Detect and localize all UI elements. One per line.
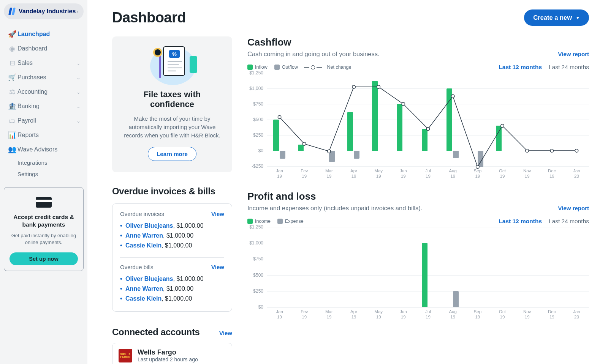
nav-icon: ◉ xyxy=(7,44,17,53)
tab-pl-last-24-months[interactable]: Last 24 months xyxy=(549,218,589,225)
profitloss-title: Profit and loss xyxy=(247,191,589,202)
overdue-row[interactable]: • Oliver Bluejeans, $1,000.00 xyxy=(120,221,224,231)
bank-name: Wells Fargo xyxy=(138,348,198,356)
svg-point-13 xyxy=(550,149,553,152)
inflow-swatch-icon xyxy=(247,65,253,70)
cashflow-chart: -$250$0$250$500$750$1,000$1,250Jan19Fev1… xyxy=(247,73,589,179)
learn-more-button[interactable]: Learn more xyxy=(148,147,196,161)
overdue-bills-list: • Oliver Bluejeans, $1,000.00• Anne Warr… xyxy=(120,274,224,304)
sidebar-item-settings[interactable]: Settings xyxy=(4,168,84,180)
overdue-invoices-list: • Oliver Bluejeans, $1,000.00• Anne Warr… xyxy=(120,221,224,251)
credit-card-icon xyxy=(10,195,78,210)
sidebar-item-wave-advisors[interactable]: 👥Wave Advisors xyxy=(4,142,84,157)
svg-point-11 xyxy=(501,124,504,127)
svg-rect-0 xyxy=(36,197,52,208)
cashflow-view-report-link[interactable]: View report xyxy=(558,51,589,57)
tab-last-24-months[interactable]: Last 24 months xyxy=(549,64,589,71)
cashflow-subtitle: Cash coming in and going out of your bus… xyxy=(247,50,380,58)
tax-card-body: Make the most of your time by automatica… xyxy=(123,115,222,139)
wave-logo-icon xyxy=(9,8,15,15)
create-new-button[interactable]: Create a new ▼ xyxy=(524,9,589,26)
svg-point-5 xyxy=(352,85,355,88)
sidebar-item-reports[interactable]: 📊Reports xyxy=(4,128,84,142)
create-new-label: Create a new xyxy=(533,14,572,21)
chevron-down-icon: ⌄ xyxy=(76,118,81,124)
promo-card: Accept credit cards & bank payments Get … xyxy=(4,187,84,271)
nav-icon: 📊 xyxy=(7,131,17,139)
view-overdue-bills-link[interactable]: View xyxy=(211,264,224,270)
overdue-row[interactable]: • Cassie Klein, $1,000.00 xyxy=(120,241,224,251)
overdue-row[interactable]: • Cassie Klein, $1,000.00 xyxy=(120,294,224,304)
promo-setup-button[interactable]: Set up now xyxy=(10,252,78,265)
overdue-card: Overdue invoices View • Oliver Bluejeans… xyxy=(112,203,232,312)
nav-icon: 🗂 xyxy=(7,117,17,125)
nav-icon: ⊟ xyxy=(7,59,17,67)
svg-point-7 xyxy=(402,102,405,106)
sidebar-item-launchpad[interactable]: 🚀Launchpad xyxy=(4,27,84,41)
promo-body: Get paid instantly by enabling online pa… xyxy=(10,232,78,246)
svg-point-10 xyxy=(476,165,479,168)
sidebar-item-payroll[interactable]: 🗂Payroll⌄ xyxy=(4,113,84,128)
nav-icon: 🏦 xyxy=(7,102,17,110)
promo-title: Accept credit cards & bank payments xyxy=(10,213,78,228)
expense-swatch-icon xyxy=(277,219,283,224)
chevron-down-icon: ⌄ xyxy=(76,60,81,66)
caret-down-icon: ▼ xyxy=(576,16,580,20)
overdue-row[interactable]: • Oliver Bluejeans, $1,000.00 xyxy=(120,274,224,284)
chevron-down-icon: ⌄ xyxy=(76,89,81,95)
tab-last-12-months[interactable]: Last 12 months xyxy=(499,64,542,71)
overdue-row[interactable]: • Anne Warren, $1,000.00 xyxy=(120,231,224,241)
overdue-row[interactable]: • Anne Warren, $1,000.00 xyxy=(120,284,224,294)
business-selector[interactable]: Vandelay Industries › xyxy=(4,3,84,19)
sidebar-item-sales[interactable]: ⊟Sales⌄ xyxy=(4,56,84,70)
profitloss-subtitle: Income and expenses only (includes unpai… xyxy=(247,205,422,212)
business-name: Vandelay Industries xyxy=(19,8,76,15)
svg-point-4 xyxy=(328,150,331,153)
nav-icon: 🚀 xyxy=(7,30,17,38)
svg-point-2 xyxy=(278,115,281,118)
svg-rect-1 xyxy=(36,200,52,202)
svg-point-14 xyxy=(575,149,578,152)
svg-point-8 xyxy=(426,127,429,130)
svg-point-6 xyxy=(377,85,380,88)
nav-icon: ⚖ xyxy=(7,88,17,96)
tax-illustration-icon: % xyxy=(146,44,199,86)
connected-account-card[interactable]: WELLSFARGO Wells Fargo Last updated 2 ho… xyxy=(112,343,232,364)
overdue-invoices-title: Overdue invoices xyxy=(120,211,164,217)
sidebar: Vandelay Industries › 🚀Launchpad◉Dashboa… xyxy=(0,0,87,364)
cashflow-legend: Inflow Outflow Net change xyxy=(247,65,351,70)
chevron-down-icon: ⌄ xyxy=(76,75,81,80)
outflow-swatch-icon xyxy=(274,65,280,70)
nav-icon: 🛒 xyxy=(7,73,17,82)
profitloss-legend: Income Expense xyxy=(247,219,304,224)
view-overdue-invoices-link[interactable]: View xyxy=(211,211,224,217)
netchange-marker-icon xyxy=(311,65,315,69)
wells-fargo-icon: WELLSFARGO xyxy=(119,349,132,362)
svg-point-3 xyxy=(303,142,306,145)
tax-card-title: File taxes with confidence xyxy=(123,90,222,109)
main: Dashboard Create a new ▼ % File taxes wi xyxy=(87,0,608,364)
svg-point-12 xyxy=(526,149,529,152)
overdue-heading: Overdue invoices & bills xyxy=(112,186,232,197)
nav-icon: 👥 xyxy=(7,145,17,154)
sidebar-item-purchases[interactable]: 🛒Purchases⌄ xyxy=(4,70,84,85)
sidebar-item-banking[interactable]: 🏦Banking⌄ xyxy=(4,99,84,113)
sidebar-item-accounting[interactable]: ⚖Accounting⌄ xyxy=(4,85,84,99)
chevron-right-icon: › xyxy=(76,8,78,14)
page-title: Dashboard xyxy=(112,9,186,26)
profitloss-view-report-link[interactable]: View report xyxy=(558,205,589,211)
view-connected-link[interactable]: View xyxy=(219,330,232,336)
tab-pl-last-12-months[interactable]: Last 12 months xyxy=(499,218,542,225)
profitloss-chart: $0$250$500$750$1,000$1,250Jan19Fev19Mar1… xyxy=(247,227,589,320)
connected-heading: Connected accounts xyxy=(112,327,200,337)
sidebar-item-dashboard[interactable]: ◉Dashboard xyxy=(4,41,84,56)
cashflow-title: Cashflow xyxy=(247,36,589,48)
divider xyxy=(120,257,224,258)
chevron-down-icon: ⌄ xyxy=(76,104,81,109)
sidebar-item-integrations[interactable]: Integrations xyxy=(4,157,84,168)
nav-list: 🚀Launchpad◉Dashboard⊟Sales⌄🛒Purchases⌄⚖A… xyxy=(4,27,84,180)
income-swatch-icon xyxy=(247,219,253,224)
svg-point-9 xyxy=(451,95,454,98)
tax-promo-card: % File taxes with confidence Make the mo… xyxy=(112,36,232,172)
overdue-bills-title: Overdue bills xyxy=(120,264,154,270)
